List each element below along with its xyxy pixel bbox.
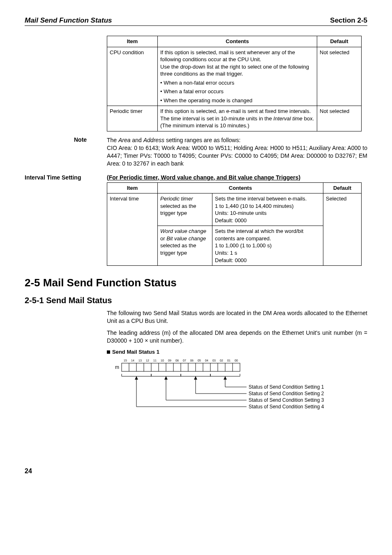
interval-side-label: Interval Time Setting [25, 174, 107, 181]
note-body: The Area and Address setting ranges are … [107, 136, 367, 168]
note-label: Note [74, 136, 107, 168]
cell-trigger: Word value change or Bit value change se… [158, 226, 212, 266]
bit-num: 02 [220, 359, 223, 362]
cell-item: Interval time [107, 193, 158, 266]
svg-marker-24 [135, 376, 138, 380]
th-item: Item [107, 36, 158, 47]
diag-label-3: Status of Send Condition Setting 3 [249, 397, 324, 403]
bit-num: 01 [227, 359, 231, 362]
cell-item: CPU condition [107, 47, 158, 106]
running-header-left: Mail Send Function Status [25, 16, 112, 25]
bit-num: 00 [235, 359, 238, 362]
span: selected as the trigger type [160, 242, 196, 256]
page-number: 24 [25, 467, 367, 475]
square-bullet-icon [107, 350, 110, 354]
para-part: unit number). [148, 337, 183, 344]
heading-2-5-1: 2-5-1 Send Mail Status [25, 296, 367, 305]
th-item: Item [107, 182, 158, 193]
em: Periodic timer [160, 196, 193, 202]
bit-num: 09 [168, 359, 171, 362]
cell-desc: Sets the interval at which the word/bit … [212, 226, 323, 266]
table-row: CPU condition If this option is selected… [107, 47, 362, 106]
th-default: Default [317, 36, 362, 47]
table-row: Interval time Periodic timer selected as… [107, 193, 362, 226]
bit-diagram: 15 14 13 12 11 10 09 08 07 06 05 04 03 0… [111, 357, 367, 418]
bit-num: 15 [124, 359, 127, 362]
bit-num: 11 [153, 359, 157, 362]
cell-contents: If this option is selected, an e-mail is… [158, 106, 317, 131]
bit-num: 12 [146, 359, 149, 362]
bullet: When the operating mode is changed [164, 97, 252, 104]
diag-label-2: Status of Send Condition Setting 2 [249, 391, 324, 396]
table-row: Periodic timer If this option is selecte… [107, 106, 362, 131]
sub-head-text: Send Mail Status 1 [112, 349, 159, 355]
interval-title: (For Periodic timer, Word value change, … [107, 174, 300, 181]
cell-default: Not selected [317, 47, 362, 106]
span: selected as the trigger type [160, 203, 196, 216]
th-contents: Contents [158, 36, 317, 47]
cell-item: Periodic timer [107, 106, 158, 131]
heading-2-5: 2-5 Mail Send Function Status [25, 276, 367, 289]
bit-num: 03 [212, 359, 216, 362]
svg-marker-27 [224, 376, 227, 380]
cell-trigger: Periodic timer selected as the trigger t… [158, 193, 212, 226]
table-interval: Item Contents Default Interval time Peri… [107, 182, 362, 266]
cell-default: Selected [323, 193, 362, 266]
bullet: When a non-fatal error occurs [164, 80, 234, 86]
bit-num: 05 [198, 359, 201, 362]
bit-num: 10 [161, 359, 164, 362]
bullet: When a fatal error occurs [164, 88, 224, 94]
em2: Bit value change [166, 235, 206, 242]
bit-num: 13 [138, 359, 142, 362]
cell-text: If this option is selected, an e-mail is… [160, 108, 314, 129]
send-mail-status-1-head: Send Mail Status 1 [107, 349, 367, 355]
span: or [160, 235, 166, 242]
running-header-right: Section 2-5 [330, 16, 367, 25]
em: Word value change [160, 228, 206, 234]
m-label: m [115, 364, 119, 370]
bit-num: 14 [131, 359, 134, 362]
table-trigger-conditions: Item Contents Default CPU condition If t… [107, 36, 362, 131]
bit-num: 06 [190, 359, 194, 362]
cell-default: Not selected [317, 106, 362, 131]
svg-marker-26 [194, 376, 197, 380]
diag-label-4: Status of Send Condition Setting 4 [249, 404, 324, 410]
cell-desc: Sets the time interval between e-mails. … [212, 193, 323, 226]
th-default: Default [323, 182, 362, 193]
para-part: The leading address (m) of the allocated… [107, 329, 367, 344]
svg-marker-25 [164, 376, 168, 380]
bit-num: 08 [175, 359, 179, 362]
bit-num: 04 [205, 359, 208, 362]
paragraph: The leading address (m) of the allocated… [107, 329, 367, 345]
paragraph: The following two Send Mail Status words… [107, 309, 367, 325]
diag-label-1: Status of Send Condition Setting 1 [249, 384, 324, 390]
th-contents: Contents [158, 182, 323, 193]
cell-contents: If this option is selected, mail is sent… [158, 47, 317, 106]
bit-num: 07 [183, 359, 186, 362]
cell-text: If this option is selected, mail is sent… [160, 49, 309, 77]
